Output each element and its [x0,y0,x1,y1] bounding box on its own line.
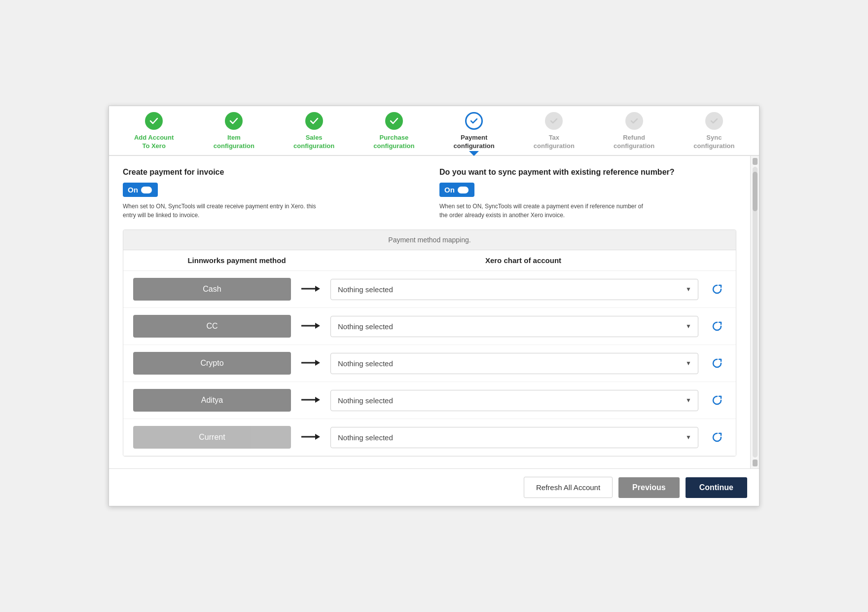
arrow-icon [301,281,321,297]
xero-account-select-wrapper: Nothing selected▼ [330,427,698,448]
step-sync-config[interactable]: Sync configuration [674,106,754,155]
svg-marker-9 [315,434,320,440]
xero-account-select-wrapper: Nothing selected▼ [330,353,698,374]
toggle-row: Create payment for invoice On When set t… [123,168,736,220]
step-circle-refund-config [625,112,643,130]
mapping-col-headers: Linnworks payment method Xero chart of a… [123,250,736,271]
previous-button[interactable]: Previous [618,477,680,498]
step-circle-purchase-config [385,112,403,130]
step-item-config[interactable]: Item configuration [194,106,274,155]
mapping-header: Payment method mapping. [123,230,736,250]
create-payment-section: Create payment for invoice On When set t… [123,168,420,220]
step-label-payment-config: Payment configuration [454,134,495,151]
svg-marker-1 [315,286,320,292]
step-add-account[interactable]: Add Account To Xero [114,106,194,155]
scrollbar-track[interactable] [753,167,758,458]
svg-marker-3 [315,323,320,329]
row-refresh-icon[interactable] [708,358,726,369]
step-purchase-config[interactable]: Purchase configuration [354,106,434,155]
xero-account-select[interactable]: Nothing selected [330,279,698,300]
payment-method-button: Aditya [133,389,291,412]
col-header-xero: Xero chart of account [321,256,726,265]
sync-payment-pill [458,187,469,193]
mapping-row: CurrentNothing selected▼ [123,419,736,456]
create-payment-title: Create payment for invoice [123,168,420,177]
xero-account-select[interactable]: Nothing selected [330,390,698,411]
step-label-sync-config: Sync configuration [693,134,734,151]
create-payment-desc: When set to ON, SyncTools will create re… [123,202,330,220]
step-refund-config[interactable]: Refund configuration [594,106,674,155]
xero-account-select[interactable]: Nothing selected [330,427,698,448]
payment-method-button: Crypto [133,352,291,375]
step-label-item-config: Item configuration [214,134,254,151]
sync-payment-desc: When set to ON, SyncTools will create a … [439,202,647,220]
xero-account-select-wrapper: Nothing selected▼ [330,390,698,411]
step-label-refund-config: Refund configuration [614,134,654,151]
continue-button[interactable]: Continue [686,477,747,498]
step-payment-config[interactable]: Payment configuration [434,106,514,155]
xero-account-select[interactable]: Nothing selected [330,316,698,337]
row-refresh-icon[interactable] [708,395,726,406]
content-area: Create payment for invoice On When set t… [109,156,750,468]
payment-method-button: Current [133,426,291,449]
create-payment-toggle[interactable]: On [123,183,158,197]
mapping-row: CCNothing selected▼ [123,308,736,345]
svg-marker-7 [315,397,320,403]
step-label-tax-config: Tax configuration [534,134,575,151]
row-refresh-icon[interactable] [708,321,726,332]
mapping-row: CashNothing selected▼ [123,271,736,308]
xero-account-select-wrapper: Nothing selected▼ [330,316,698,337]
step-circle-tax-config [545,112,563,130]
xero-account-select-wrapper: Nothing selected▼ [330,279,698,300]
col-header-linnworks: Linnworks payment method [153,256,321,265]
mapping-rows: CashNothing selected▼CCNothing selected▼… [123,271,736,456]
step-circle-add-account [145,112,163,130]
payment-mapping-box: Payment method mapping. Linnworks paymen… [123,230,736,457]
arrow-icon [301,429,321,445]
step-label-sales-config: Sales configuration [293,134,334,151]
mapping-row: CryptoNothing selected▼ [123,345,736,382]
payment-method-button: Cash [133,278,291,301]
stepper: Add Account To XeroItem configurationSal… [109,106,759,156]
svg-marker-5 [315,360,320,366]
main-modal: Add Account To XeroItem configurationSal… [108,106,760,507]
arrow-icon [301,392,321,408]
scrollbar[interactable] [750,156,759,468]
step-label-purchase-config: Purchase configuration [373,134,414,151]
xero-account-select[interactable]: Nothing selected [330,353,698,374]
row-refresh-icon[interactable] [708,284,726,295]
sync-payment-section: Do you want to sync payment with existin… [439,168,736,220]
step-tax-config[interactable]: Tax configuration [514,106,594,155]
payment-method-button: CC [133,315,291,338]
step-circle-sync-config [705,112,723,130]
create-payment-pill [141,187,152,193]
mapping-row: AdityaNothing selected▼ [123,382,736,419]
step-label-add-account: Add Account To Xero [134,134,174,151]
scrollbar-thumb[interactable] [753,172,758,211]
step-sales-config[interactable]: Sales configuration [274,106,354,155]
sync-payment-on-label: On [444,186,455,194]
sync-payment-title: Do you want to sync payment with existin… [439,168,736,177]
refresh-all-button[interactable]: Refresh All Account [524,477,613,498]
arrow-icon [301,355,321,371]
row-refresh-icon[interactable] [708,432,726,443]
step-circle-payment-config [465,112,483,130]
sync-payment-toggle[interactable]: On [439,183,474,197]
footer: Refresh All Account Previous Continue [109,468,759,506]
step-circle-item-config [225,112,243,130]
step-circle-sales-config [305,112,323,130]
create-payment-on-label: On [128,186,138,194]
arrow-icon [301,318,321,334]
